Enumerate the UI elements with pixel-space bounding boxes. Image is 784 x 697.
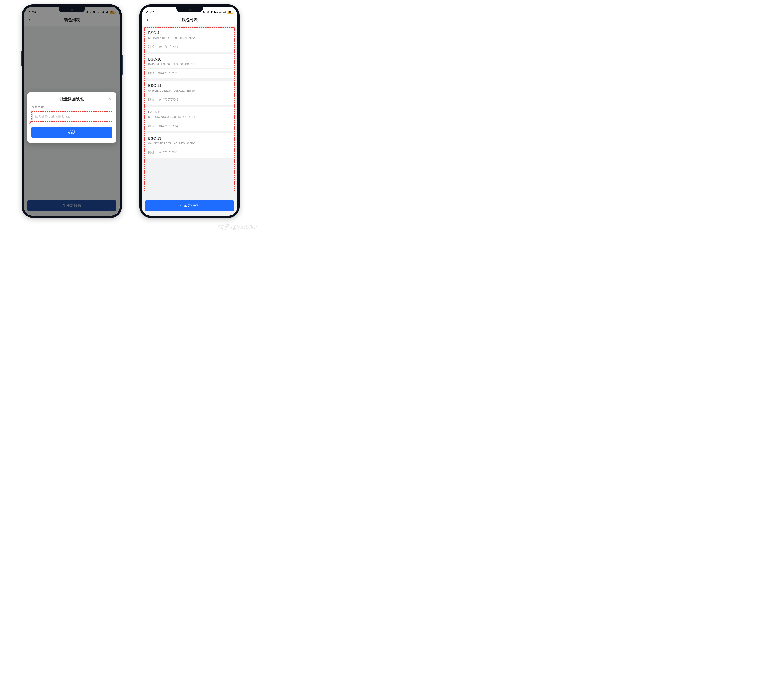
page-title: 钱包列表	[182, 17, 198, 23]
wallet-list[interactable]: BSC-40x1975E4181D3…F028d02407c8A路径：m/44'…	[145, 28, 234, 191]
annotation-arrow-icon	[144, 190, 146, 191]
mute-icon	[203, 11, 206, 14]
content-area: BSC-40x1975E4181D3…F028d02407c8A路径：m/44'…	[142, 26, 237, 216]
wallet-list-highlight: BSC-40x1975E4181D3…F028d02407c8A路径：m/44'…	[144, 27, 235, 191]
wallet-path: 路径：m/44'/60'/0'/0/3	[145, 95, 234, 105]
generate-wallet-button[interactable]: 生成新钱包	[145, 200, 234, 211]
svg-rect-13	[222, 11, 222, 13]
wallet-address: 0xcCfD01DAD85…eEcfcF3c923BC	[148, 142, 231, 148]
qty-label: 钱包数量	[31, 105, 112, 109]
batch-add-dialog: 批量添加钱包 钱包数量 确认	[28, 92, 116, 143]
wallet-name: BSC-11	[148, 84, 231, 88]
svg-rect-14	[223, 12, 224, 13]
svg-rect-17	[226, 11, 226, 13]
back-button[interactable]	[145, 17, 150, 23]
wallet-name: BSC-4	[148, 31, 231, 35]
signal2-icon	[223, 11, 226, 13]
wallet-path: 路径：m/44'/60'/0'/0/4	[145, 122, 234, 131]
phone-mock-left: 21:54 HD 71 钱包列表 生成新钱包	[22, 4, 122, 218]
notch	[59, 7, 85, 12]
wallet-card[interactable]: BSC-130xcCfD01DAD85…eEcfcF3c923BC路径：m/44…	[145, 133, 234, 158]
wallet-path: 路径：m/44'/60'/0'/0/5	[145, 148, 234, 158]
status-icons: HD 78	[203, 11, 233, 14]
hd-icon: HD	[214, 11, 218, 13]
dialog-title: 批量添加钱包	[60, 96, 84, 102]
svg-rect-15	[224, 12, 225, 13]
status-time: 20:37	[146, 10, 154, 14]
wifi-icon	[210, 11, 214, 14]
qty-input[interactable]	[32, 112, 111, 121]
watermark: 知乎 @Web3er	[217, 223, 257, 231]
wallet-card[interactable]: BSC-110x56cB30D32De…9eDC2cA4Bc95路径：m/44'…	[145, 81, 234, 105]
svg-rect-12	[221, 12, 221, 13]
wallet-address: 0x498f6fdF3a36…6b8eB69136a1f	[148, 63, 231, 68]
screen-left: 21:54 HD 71 钱包列表 生成新钱包	[24, 7, 120, 216]
wallet-card[interactable]: BSC-100x498f6fdF3a36…6b8eB69136a1f路径：m/4…	[145, 54, 234, 78]
svg-rect-16	[225, 12, 225, 13]
wallet-card[interactable]: BSC-120xB1C57e3CAd0…054eFd718CD1路径：m/44'…	[145, 107, 234, 131]
signal1-icon	[219, 11, 222, 13]
annotation-arrow-icon	[28, 120, 32, 125]
wallet-address: 0x56cB30D32De…9eDC2cA4Bc95	[148, 89, 231, 95]
wallet-name: BSC-13	[148, 137, 231, 141]
battery-icon: 78	[227, 11, 233, 14]
wallet-path: 路径：m/44'/60'/0'/0/2	[145, 69, 234, 78]
navbar: 钱包列表	[142, 14, 237, 26]
phone-mock-right: 20:37 HD 78 钱包列表 BSC-40x1975	[140, 4, 240, 218]
bluetooth-icon	[207, 11, 209, 14]
svg-rect-11	[220, 12, 221, 13]
wallet-path: 路径：m/44'/60'/0'/0/1	[145, 42, 234, 52]
screen-right: 20:37 HD 78 钱包列表 BSC-40x1975	[142, 7, 237, 216]
wallet-name: BSC-12	[148, 110, 231, 114]
notch	[176, 7, 203, 12]
bottom-button-wrap: 生成新钱包	[145, 200, 234, 211]
qty-input-highlight	[31, 111, 112, 122]
svg-rect-10	[219, 12, 220, 13]
wallet-name: BSC-10	[148, 57, 231, 62]
wallet-address: 0x1975E4181D3…F028d02407c8A	[148, 36, 231, 42]
wallet-address: 0xB1C57e3CAd0…054eFd718CD1	[148, 115, 231, 121]
wallet-card[interactable]: BSC-40x1975E4181D3…F028d02407c8A路径：m/44'…	[145, 28, 234, 52]
confirm-button[interactable]: 确认	[31, 127, 112, 138]
close-icon[interactable]	[107, 96, 112, 101]
